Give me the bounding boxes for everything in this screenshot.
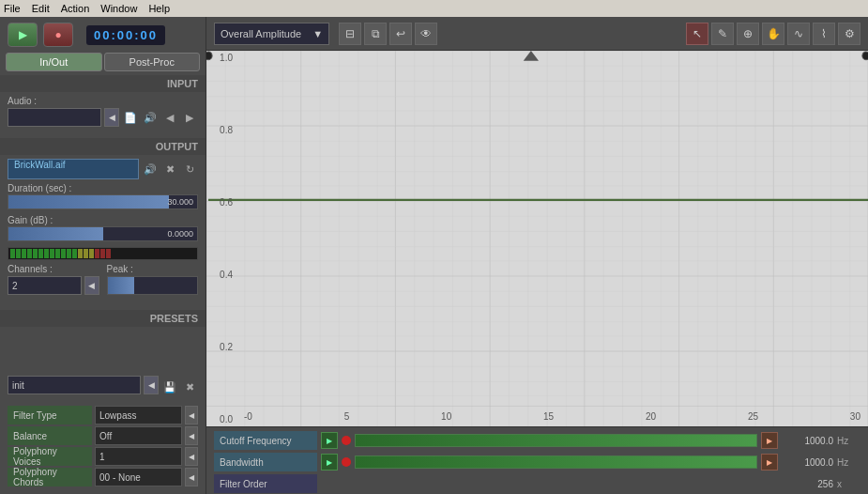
audio-next-icon[interactable]: ▶ — [181, 109, 198, 126]
polyphony-chords-label: Polyphony Chords — [8, 468, 92, 486]
transport-bar: ▶ ● 00:00:00 — [0, 17, 206, 53]
tab-post-proc[interactable]: Post-Proc — [104, 53, 201, 71]
peak-label: Peak : — [107, 264, 199, 274]
peak-box: Peak : — [107, 264, 199, 299]
presets-dropdown-row: init ◀ — [8, 376, 159, 394]
left-panel: ▶ ● 00:00:00 In/Out Post-Proc INPUT Audi… — [0, 17, 206, 494]
filter-balance-label: Balance — [8, 426, 92, 445]
polyphony-chords-arrow[interactable]: ◀ — [185, 468, 198, 486]
toolbar-icons-left: ⊟ ⧉ ↩ 👁 — [339, 23, 437, 45]
vu-seg-8 — [50, 249, 54, 258]
gain-slider-row: Gain (dB) : 0.0000 — [8, 215, 198, 241]
filter-order-row: Filter Order 256 x — [214, 474, 860, 493]
gain-slider[interactable]: 0.0000 — [8, 226, 198, 241]
input-section-header: INPUT — [0, 75, 206, 92]
cutoff-play-btn2[interactable]: ▶ — [761, 432, 778, 449]
bandwidth-label: Bandwidth — [214, 453, 317, 471]
pencil-icon-btn[interactable]: ✎ — [711, 23, 734, 45]
channels-label: Channels : — [8, 264, 99, 274]
tab-row: In/Out Post-Proc — [6, 53, 200, 71]
vu-segments — [8, 247, 197, 260]
cutoff-play-btn[interactable]: ▶ — [321, 432, 338, 449]
x-label-25: 25 — [748, 411, 758, 425]
presets-section: init ◀ 💾 ✖ — [0, 372, 206, 406]
audio-prev-icon[interactable]: ◀ — [161, 109, 178, 126]
gain-value: 0.0000 — [167, 229, 193, 239]
bandwidth-row: Bandwidth ▶ ▶ 1000.0 Hz — [214, 453, 860, 471]
output-speaker-icon[interactable]: 🔊 — [142, 161, 159, 178]
menu-help[interactable]: Help — [148, 3, 170, 14]
output-mute-icon[interactable]: ✖ — [161, 161, 178, 178]
filter-type-value: Lowpass — [95, 406, 182, 425]
filter-balance-arrow[interactable]: ◀ — [185, 426, 198, 445]
filter-type-arrow[interactable]: ◀ — [185, 406, 198, 425]
peaks-icon-btn[interactable]: ⌇ — [813, 23, 835, 45]
audio-dropdown[interactable] — [8, 108, 101, 127]
x-label-15: 15 — [543, 411, 554, 425]
menu-action[interactable]: Action — [61, 3, 90, 14]
cursor-icon-btn[interactable]: ↖ — [686, 23, 708, 45]
filter-type-row: Filter Type Lowpass ◀ — [8, 406, 198, 425]
filter-order-label: Filter Order — [214, 474, 317, 493]
hand-icon-btn[interactable]: ✋ — [762, 23, 784, 45]
eye-icon-btn[interactable]: 👁 — [415, 23, 437, 45]
duration-value: 30.000 — [167, 197, 193, 207]
bottom-controls: Cutoff Frequency ▶ ▶ 1000.0 Hz Bandwidth… — [206, 426, 868, 494]
presets-arrow[interactable]: ◀ — [144, 376, 159, 394]
vu-seg-2 — [16, 249, 21, 258]
graph-area[interactable]: 1.0 0.8 0.6 0.4 0.2 0.0 -0 5 10 15 20 25… — [206, 51, 868, 426]
duration-slider[interactable]: 30.000 — [8, 194, 198, 209]
settings-icon-btn[interactable]: ⚙ — [838, 23, 860, 45]
y-axis: 1.0 0.8 0.6 0.4 0.2 0.0 — [206, 51, 236, 426]
polyphony-voices-arrow[interactable]: ◀ — [185, 447, 198, 466]
channels-dropdown-row: 2 ◀ — [8, 276, 99, 295]
menu-window[interactable]: Window — [100, 3, 137, 14]
input-section: Audio : ◀ 📄 🔊 ◀ ▶ — [0, 92, 206, 134]
y-label-0.8: 0.8 — [210, 125, 233, 135]
zoom-icon-btn[interactable]: ⊕ — [737, 23, 759, 45]
vu-seg-11 — [67, 249, 71, 258]
presets-save-icon[interactable]: 💾 — [161, 378, 178, 395]
vu-seg-10 — [61, 249, 66, 258]
copy-icon-btn[interactable]: ⧉ — [364, 23, 387, 45]
record-icon: ● — [54, 28, 61, 41]
tab-in-out[interactable]: In/Out — [6, 53, 102, 71]
vu-seg-4 — [27, 249, 32, 258]
vu-seg-1 — [10, 249, 15, 258]
presets-delete-icon[interactable]: ✖ — [181, 378, 198, 395]
time-display: 00:00:00 — [86, 25, 165, 45]
vu-seg-12 — [72, 249, 77, 258]
cutoff-label: Cutoff Frequency — [214, 431, 317, 450]
polyphony-chords-row: Polyphony Chords 00 - None ◀ — [8, 468, 198, 486]
bandwidth-play-btn2[interactable]: ▶ — [761, 454, 778, 471]
bandwidth-value: 1000.0 — [782, 457, 833, 468]
audio-arrow[interactable]: ◀ — [104, 108, 119, 127]
waveform-icon-btn[interactable]: ∿ — [787, 23, 810, 45]
save-icon-btn[interactable]: ⊟ — [339, 23, 361, 45]
bandwidth-slider[interactable] — [355, 455, 757, 469]
presets-row: init ◀ 💾 ✖ — [8, 376, 198, 398]
audio-file-icon[interactable]: 📄 — [122, 109, 139, 126]
output-loop-icon[interactable]: ↻ — [181, 161, 198, 178]
undo-icon-btn[interactable]: ↩ — [389, 23, 412, 45]
channels-dropdown[interactable]: 2 — [8, 276, 82, 295]
y-label-0.0: 0.0 — [210, 414, 233, 425]
output-file-row: BrickWall.aif 🔊 ✖ ↻ — [8, 159, 198, 179]
bandwidth-play-btn[interactable]: ▶ — [321, 454, 338, 471]
output-file-button[interactable]: BrickWall.aif — [8, 159, 139, 179]
filter-type-label: Filter Type — [8, 406, 92, 425]
play-button[interactable]: ▶ — [8, 23, 38, 47]
envelope-dropdown[interactable]: Overall Amplitude ▼ — [214, 23, 329, 45]
record-button[interactable]: ● — [43, 23, 73, 47]
x-label-5: 5 — [344, 411, 350, 425]
presets-dropdown[interactable]: init — [8, 376, 141, 394]
channels-arrow[interactable]: ◀ — [84, 276, 99, 295]
cutoff-slider[interactable] — [355, 434, 757, 447]
vu-seg-16 — [95, 249, 99, 258]
audio-speaker-icon[interactable]: 🔊 — [142, 109, 159, 126]
y-label-1.0: 1.0 — [210, 53, 233, 63]
duration-slider-row: Duration (sec) : 30.000 — [8, 183, 198, 209]
vu-seg-3 — [22, 249, 26, 258]
menu-file[interactable]: File — [4, 3, 21, 14]
menu-edit[interactable]: Edit — [32, 3, 50, 14]
